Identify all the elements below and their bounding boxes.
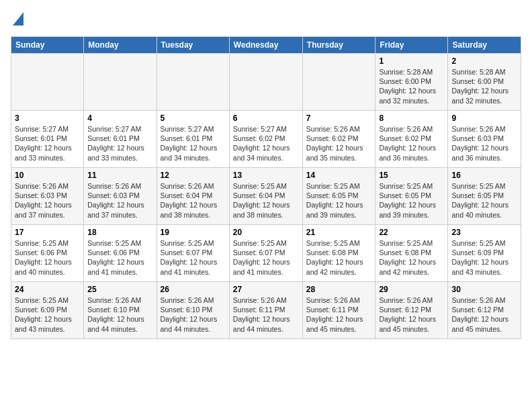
day-info: Sunrise: 5:27 AMSunset: 6:01 PMDaylight:… — [161, 124, 226, 163]
calendar-day-cell: 4Sunrise: 5:27 AMSunset: 6:01 PMDaylight… — [84, 111, 157, 168]
calendar-day-cell: 8Sunrise: 5:26 AMSunset: 6:02 PMDaylight… — [375, 111, 448, 168]
svg-marker-0 — [13, 12, 24, 26]
calendar-day-cell: 17Sunrise: 5:25 AMSunset: 6:06 PMDayligh… — [11, 225, 84, 282]
calendar-day-cell: 9Sunrise: 5:26 AMSunset: 6:03 PMDaylight… — [448, 111, 521, 168]
calendar-day-cell: 2Sunrise: 5:28 AMSunset: 6:00 PMDaylight… — [448, 54, 521, 111]
day-info: Sunrise: 5:25 AMSunset: 6:05 PMDaylight:… — [451, 181, 517, 220]
calendar-day-cell: 3Sunrise: 5:27 AMSunset: 6:01 PMDaylight… — [11, 111, 84, 168]
day-number: 30 — [451, 285, 517, 294]
day-number: 12 — [161, 171, 226, 180]
day-number: 5 — [161, 113, 226, 123]
day-number: 17 — [15, 228, 80, 237]
logo-arrow-icon — [13, 12, 24, 28]
day-number: 9 — [451, 113, 517, 123]
calendar-day-cell: 22Sunrise: 5:25 AMSunset: 6:08 PMDayligh… — [375, 225, 448, 282]
day-number: 19 — [161, 228, 226, 237]
day-number: 20 — [233, 228, 299, 237]
day-number: 4 — [87, 113, 152, 123]
day-info: Sunrise: 5:25 AMSunset: 6:09 PMDaylight:… — [451, 238, 517, 277]
day-number: 2 — [451, 56, 517, 66]
calendar-day-cell — [229, 54, 302, 111]
day-info: Sunrise: 5:25 AMSunset: 6:09 PMDaylight:… — [15, 295, 80, 334]
calendar-day-cell: 5Sunrise: 5:27 AMSunset: 6:01 PMDaylight… — [157, 111, 229, 168]
calendar-week-row: 3Sunrise: 5:27 AMSunset: 6:01 PMDaylight… — [11, 111, 521, 168]
day-info: Sunrise: 5:26 AMSunset: 6:02 PMDaylight:… — [379, 124, 444, 163]
calendar-week-row: 24Sunrise: 5:25 AMSunset: 6:09 PMDayligh… — [11, 282, 521, 339]
page-header — [11, 11, 521, 28]
calendar-day-header: Friday — [375, 37, 448, 54]
day-info: Sunrise: 5:26 AMSunset: 6:11 PMDaylight:… — [306, 295, 372, 334]
day-info: Sunrise: 5:26 AMSunset: 6:10 PMDaylight:… — [87, 295, 152, 334]
calendar-day-cell: 24Sunrise: 5:25 AMSunset: 6:09 PMDayligh… — [11, 282, 84, 339]
calendar-day-header: Wednesday — [229, 37, 302, 54]
day-info: Sunrise: 5:26 AMSunset: 6:10 PMDaylight:… — [161, 295, 226, 334]
day-info: Sunrise: 5:25 AMSunset: 6:04 PMDaylight:… — [233, 181, 299, 220]
calendar-table: SundayMondayTuesdayWednesdayThursdayFrid… — [11, 36, 521, 339]
calendar-day-header: Thursday — [302, 37, 375, 54]
calendar-day-cell: 13Sunrise: 5:25 AMSunset: 6:04 PMDayligh… — [229, 168, 302, 225]
day-number: 25 — [87, 285, 152, 294]
calendar-day-cell — [84, 54, 157, 111]
day-info: Sunrise: 5:25 AMSunset: 6:08 PMDaylight:… — [306, 238, 372, 277]
day-info: Sunrise: 5:25 AMSunset: 6:05 PMDaylight:… — [306, 181, 372, 220]
day-number: 22 — [379, 228, 444, 237]
day-number: 24 — [15, 285, 80, 294]
logo-text-block — [11, 11, 24, 28]
day-number: 11 — [87, 171, 152, 180]
day-info: Sunrise: 5:27 AMSunset: 6:01 PMDaylight:… — [15, 124, 80, 163]
day-number: 10 — [15, 171, 80, 180]
calendar-day-cell: 29Sunrise: 5:26 AMSunset: 6:12 PMDayligh… — [375, 282, 448, 339]
day-number: 21 — [306, 228, 372, 237]
calendar-day-cell: 16Sunrise: 5:25 AMSunset: 6:05 PMDayligh… — [448, 168, 521, 225]
day-number: 7 — [306, 113, 372, 123]
calendar-day-cell: 15Sunrise: 5:25 AMSunset: 6:05 PMDayligh… — [375, 168, 448, 225]
calendar-day-cell: 6Sunrise: 5:27 AMSunset: 6:02 PMDaylight… — [229, 111, 302, 168]
day-number: 27 — [233, 285, 299, 294]
calendar-day-cell — [11, 54, 84, 111]
day-info: Sunrise: 5:26 AMSunset: 6:03 PMDaylight:… — [15, 181, 80, 220]
day-number: 3 — [15, 113, 80, 123]
day-info: Sunrise: 5:26 AMSunset: 6:12 PMDaylight:… — [379, 295, 444, 334]
day-number: 8 — [379, 113, 444, 123]
calendar-day-header: Monday — [84, 37, 157, 54]
calendar-week-row: 1Sunrise: 5:28 AMSunset: 6:00 PMDaylight… — [11, 54, 521, 111]
calendar-day-cell — [302, 54, 375, 111]
day-info: Sunrise: 5:26 AMSunset: 6:12 PMDaylight:… — [451, 295, 517, 334]
day-info: Sunrise: 5:25 AMSunset: 6:06 PMDaylight:… — [15, 238, 80, 277]
day-info: Sunrise: 5:25 AMSunset: 6:06 PMDaylight:… — [87, 238, 152, 277]
calendar-day-cell: 25Sunrise: 5:26 AMSunset: 6:10 PMDayligh… — [84, 282, 157, 339]
day-number: 23 — [451, 228, 517, 237]
logo — [11, 11, 24, 28]
calendar-day-cell: 7Sunrise: 5:26 AMSunset: 6:02 PMDaylight… — [302, 111, 375, 168]
day-number: 6 — [233, 113, 299, 123]
day-info: Sunrise: 5:25 AMSunset: 6:07 PMDaylight:… — [233, 238, 299, 277]
calendar-day-cell: 27Sunrise: 5:26 AMSunset: 6:11 PMDayligh… — [229, 282, 302, 339]
calendar-day-cell: 26Sunrise: 5:26 AMSunset: 6:10 PMDayligh… — [157, 282, 229, 339]
day-number: 18 — [87, 228, 152, 237]
day-info: Sunrise: 5:26 AMSunset: 6:02 PMDaylight:… — [306, 124, 372, 163]
day-number: 14 — [306, 171, 372, 180]
day-info: Sunrise: 5:25 AMSunset: 6:08 PMDaylight:… — [379, 238, 444, 277]
calendar-day-cell: 12Sunrise: 5:26 AMSunset: 6:04 PMDayligh… — [157, 168, 229, 225]
day-info: Sunrise: 5:26 AMSunset: 6:04 PMDaylight:… — [161, 181, 226, 220]
day-info: Sunrise: 5:26 AMSunset: 6:03 PMDaylight:… — [451, 124, 517, 163]
calendar-day-cell: 20Sunrise: 5:25 AMSunset: 6:07 PMDayligh… — [229, 225, 302, 282]
calendar-week-row: 10Sunrise: 5:26 AMSunset: 6:03 PMDayligh… — [11, 168, 521, 225]
calendar-day-cell: 21Sunrise: 5:25 AMSunset: 6:08 PMDayligh… — [302, 225, 375, 282]
day-info: Sunrise: 5:26 AMSunset: 6:11 PMDaylight:… — [233, 295, 299, 334]
calendar-day-header: Tuesday — [157, 37, 229, 54]
calendar-day-cell: 1Sunrise: 5:28 AMSunset: 6:00 PMDaylight… — [375, 54, 448, 111]
calendar-day-cell — [157, 54, 229, 111]
calendar-day-cell: 14Sunrise: 5:25 AMSunset: 6:05 PMDayligh… — [302, 168, 375, 225]
calendar-day-cell: 19Sunrise: 5:25 AMSunset: 6:07 PMDayligh… — [157, 225, 229, 282]
calendar-day-cell: 30Sunrise: 5:26 AMSunset: 6:12 PMDayligh… — [448, 282, 521, 339]
calendar-header-row: SundayMondayTuesdayWednesdayThursdayFrid… — [11, 37, 521, 54]
calendar-week-row: 17Sunrise: 5:25 AMSunset: 6:06 PMDayligh… — [11, 225, 521, 282]
calendar-day-cell: 18Sunrise: 5:25 AMSunset: 6:06 PMDayligh… — [84, 225, 157, 282]
calendar-day-cell: 11Sunrise: 5:26 AMSunset: 6:03 PMDayligh… — [84, 168, 157, 225]
day-info: Sunrise: 5:25 AMSunset: 6:05 PMDaylight:… — [379, 181, 444, 220]
calendar-day-cell: 23Sunrise: 5:25 AMSunset: 6:09 PMDayligh… — [448, 225, 521, 282]
calendar-day-cell: 28Sunrise: 5:26 AMSunset: 6:11 PMDayligh… — [302, 282, 375, 339]
day-number: 16 — [451, 171, 517, 180]
day-number: 28 — [306, 285, 372, 294]
